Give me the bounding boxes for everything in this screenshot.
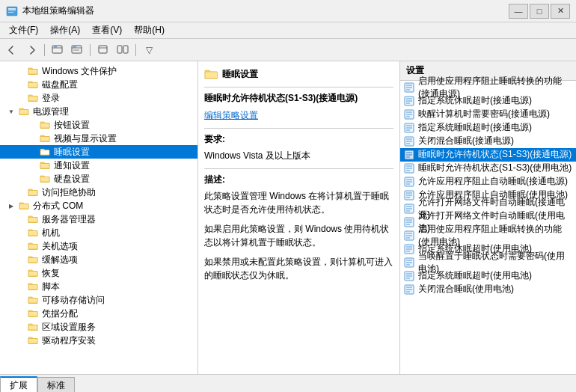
require-label: 要求: (204, 133, 393, 146)
tree-item-script[interactable]: 脚本 (0, 280, 197, 293)
policy-icon (403, 95, 415, 107)
tree-item-mobile-storage[interactable]: 可移动存储访问 (0, 293, 197, 307)
minimize-button[interactable]: — (509, 4, 528, 19)
tree-item-credentials[interactable]: 凭据分配 (0, 307, 197, 320)
policy-icon (403, 149, 415, 161)
right-item-r3[interactable]: 映醒计算机时需要密码(接通电源) (400, 108, 576, 121)
menu-help[interactable]: 帮助(H) (128, 22, 171, 38)
tab-expand[interactable]: 扩展 (0, 376, 37, 392)
tree-label: 分布式 COM (33, 200, 83, 212)
svg-rect-1 (8, 8, 16, 10)
toolbar-btn-3[interactable] (94, 42, 112, 58)
tree-item-windows-file-protect[interactable]: Windows 文件保护 (0, 64, 197, 78)
tree-item-server-manager[interactable]: 服务器管理器 (0, 212, 197, 226)
tree-label: 脚本 (42, 281, 60, 293)
folder-icon (27, 92, 39, 104)
tree-item-login[interactable]: 登录 (0, 91, 197, 105)
policy-title: 睡眠时允许待机状态(S1-S3)(接通电源) (204, 92, 393, 105)
right-item-r8[interactable]: 允许应用程序阻止自动睡眠(接通电源) (400, 175, 576, 189)
policy-icon (403, 243, 415, 255)
policy-icon (403, 257, 415, 269)
menu-file[interactable]: 文件(F) (3, 22, 44, 38)
policy-icon (403, 189, 415, 201)
right-item-r16[interactable]: 关闭混合睡眠(使用电池) (400, 283, 576, 296)
middle-title: 睡眠设置 (222, 68, 258, 81)
tree-item-disk-settings[interactable]: 硬盘设置 (0, 172, 197, 186)
tree-item-sleep-settings[interactable]: 睡眠设置 (0, 145, 197, 159)
right-item-label: 允许应用程序阻止自动睡眠(接通电源) (418, 175, 568, 188)
right-item-r1[interactable]: 启用使应用程序阻止睡眠转换的功能(接通电源) (400, 81, 576, 94)
toolbar-separator-3 (135, 44, 136, 56)
expand-icon (15, 227, 25, 238)
tree-label: 按钮设置 (54, 119, 90, 132)
toolbar-btn-2[interactable] (68, 42, 86, 58)
tree-item-regional[interactable]: 区域设置服务 (0, 320, 197, 334)
right-item-r12[interactable]: 启用使应用程序阻止睡眠转换的功能(使用电池) (400, 229, 576, 242)
policy-icon (403, 82, 415, 94)
back-button[interactable] (3, 42, 21, 58)
right-item-label: 映醒计算机时需要密码(接通电源) (418, 108, 550, 120)
tree-label: 磁盘配置 (42, 79, 78, 91)
expand-icon (15, 281, 25, 292)
policy-icon (403, 270, 415, 282)
tree-item-resolve-options[interactable]: 缓解选项 (0, 253, 197, 266)
tree-label: 可移动存储访问 (42, 294, 105, 307)
svg-rect-4 (52, 46, 62, 53)
toolbar-separator-2 (90, 44, 91, 56)
tree-item-disk-config[interactable]: 磁盘配置 (0, 78, 197, 91)
tree-label: 缓解选项 (42, 254, 78, 266)
divider-3 (204, 168, 393, 169)
tree-item-machine[interactable]: 机机 (0, 226, 197, 239)
tree-item-restore[interactable]: 恢复 (0, 266, 197, 280)
filter-button[interactable]: ▽ (140, 42, 158, 58)
menu-bar: 文件(F) 操作(A) 查看(V) 帮助(H) (0, 22, 576, 39)
tree-item-notification[interactable]: 通知设置 (0, 159, 197, 172)
tree-label: 访问拒绝协助 (42, 186, 96, 199)
right-item-label: 关闭混合睡眠(接通电源) (418, 135, 514, 147)
policy-icon (403, 162, 415, 174)
folder-icon (27, 267, 39, 279)
expand-icon: ▶ (6, 200, 16, 211)
tab-standard[interactable]: 标准 (37, 377, 75, 392)
tree-label: 睡眠设置 (54, 146, 90, 159)
right-item-r5[interactable]: 关闭混合睡眠(接通电源) (400, 135, 576, 148)
tree-label: 区域设置服务 (42, 321, 96, 334)
expand-icon (15, 295, 25, 305)
forward-button[interactable] (22, 42, 40, 58)
right-item-r14[interactable]: 当唤醒置于睡眠状态时需要密码(使用电池) (400, 256, 576, 269)
tree-label: 驱动程序安装 (42, 334, 96, 347)
tree-item-visit-refuse[interactable]: 访问拒绝协助 (0, 186, 197, 199)
divider-2 (204, 128, 393, 129)
right-item-r6[interactable]: 睡眠时允许待机状态(S1-S3)(接通电源) (400, 148, 576, 162)
policy-icon (403, 230, 415, 242)
tree-item-driver-install[interactable]: 驱动程序安装 (0, 334, 197, 347)
folder-icon-open (18, 105, 30, 117)
policy-icon (403, 176, 415, 188)
tree-item-power-manage[interactable]: ▼ 电源管理 (0, 105, 197, 118)
menu-view[interactable]: 查看(V) (86, 22, 128, 38)
close-button[interactable]: ✕ (551, 4, 570, 19)
expand-icon (27, 120, 37, 130)
svg-rect-6 (54, 46, 57, 48)
toolbar-btn-1[interactable] (49, 42, 67, 58)
tree-item-button-settings[interactable]: 按钮设置 (0, 118, 197, 132)
tree-item-keyboard-options[interactable]: 关机选项 (0, 239, 197, 253)
expand-icon (15, 79, 25, 90)
svg-rect-2 (8, 10, 16, 11)
policy-icon (403, 135, 415, 147)
right-item-label: 睡眠时允许待机状态(S1-S3)(接通电源) (418, 148, 572, 161)
right-item-r7[interactable]: 睡眠时允许待机状态(S1-S3)(使用电池) (400, 162, 576, 175)
folder-icon (27, 65, 39, 77)
svg-rect-14 (123, 46, 128, 53)
right-item-r4[interactable]: 指定系统睡眠超时(接通电源) (400, 121, 576, 135)
tree-item-distributed-com[interactable]: ▶ 分布式 COM (0, 199, 197, 212)
edit-policy-link[interactable]: 编辑策略设置 (204, 109, 393, 122)
app-icon (6, 5, 18, 17)
folder-icon (27, 281, 39, 293)
middle-pane: 睡眠设置 睡眠时允许待机状态(S1-S3)(接通电源) 编辑策略设置 要求: W… (198, 61, 400, 374)
maximize-button[interactable]: □ (530, 4, 549, 19)
toolbar-btn-4[interactable] (114, 42, 132, 58)
expand-icon (15, 187, 25, 197)
tree-item-video-display[interactable]: 视频与显示设置 (0, 132, 197, 145)
menu-action[interactable]: 操作(A) (44, 22, 86, 38)
